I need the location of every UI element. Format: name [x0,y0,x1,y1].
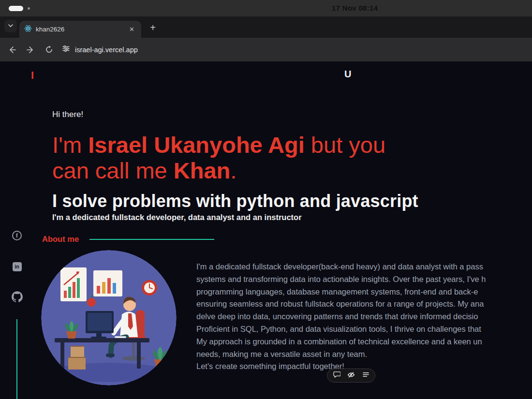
about-line: I'm a dedicated fullstack developer(back… [196,261,532,273]
social-sidebar: f in [12,230,22,303]
about-line: ensuring seamless and robust fullstack o… [196,298,532,310]
about-section-header: About me [42,235,214,244]
tab-title: khan2626 [36,26,123,33]
comment-button[interactable] [331,370,342,381]
hero-callme: can call me [52,158,174,183]
chevron-down-icon [8,22,14,30]
linkedin-link[interactable]: in [12,261,22,272]
about-line: Proficient in SQL, Python, and data visu… [196,323,532,336]
github-icon [12,291,23,304]
site-info-icon[interactable] [62,44,70,55]
url-text[interactable]: israel-agi.vercel.app [75,46,138,54]
github-link[interactable] [12,292,22,303]
system-indicator-dot [28,7,30,10]
menu-lines-icon [362,371,369,380]
menu-button[interactable] [360,370,371,381]
system-indicator-pill [9,6,23,11]
browser-toolbar: israel-agi.vercel.app [0,38,532,61]
floating-dev-toolbar [327,369,375,383]
clock: 17 Nov 08:14 [332,4,378,12]
system-bar: 17 Nov 08:14 [0,0,532,16]
back-button[interactable] [3,41,21,59]
hero-period: . [230,158,236,183]
hero-intro: I'm [52,132,88,158]
reload-icon [45,45,53,54]
developer-at-desk-illustration [41,250,177,385]
sidebar-accent-line [16,319,17,399]
hero-heading: I'm Israel Ukanyohe Agi but you can call… [52,132,385,183]
browser-tab[interactable]: khan2626 ✕ [19,21,141,38]
comment-icon [333,371,340,380]
hero-tagline: I solve problems with python and javascr… [52,191,418,211]
hero-nickname: Khan [174,158,231,183]
react-favicon-icon [24,25,32,34]
tab-search-button[interactable] [4,20,17,32]
about-line: My approach is grounded in a combination… [196,336,532,348]
hero-mid: but you [305,132,385,158]
back-arrow-icon [8,45,16,54]
greeting-text: Hi there! [52,110,83,119]
about-line: needs, making me a versatile asset in an… [196,348,532,361]
site-logo[interactable]: I [31,69,34,82]
forward-button[interactable] [21,41,40,59]
nav-menu-letter[interactable]: U [344,69,351,80]
reload-button[interactable] [40,41,58,59]
hero-line-1: I'm Israel Ukanyohe Agi but you [52,132,385,158]
preview-toggle-button[interactable] [346,370,356,381]
about-line: delve deep into data, uncovering pattern… [196,310,532,323]
profile-illustration [41,250,177,385]
forward-arrow-icon [26,45,35,54]
tab-strip: khan2626 ✕ + [0,16,532,38]
address-bar[interactable]: israel-agi.vercel.app [62,44,138,55]
hero-subtitle: I'm a dedicated fullstack developer, dat… [52,213,302,222]
eye-slash-icon [347,371,355,381]
hero-name: Israel Ukanyohe Agi [88,132,305,158]
tab-close-icon[interactable]: ✕ [127,25,136,34]
new-tab-button[interactable]: + [147,23,159,34]
about-paragraph: I'm a dedicated fullstack developer(back… [196,261,532,373]
about-line: programming languages, database manageme… [196,286,532,298]
linkedin-icon: in [13,262,22,271]
about-heading: About me [42,235,79,244]
facebook-icon: f [12,231,22,240]
facebook-link[interactable]: f [12,230,22,241]
webpage: I U Hi there! I'm Israel Ukanyohe Agi bu… [0,61,532,399]
about-line: systems and transforming data into actio… [196,273,532,286]
hero-line-2: can call me Khan. [52,158,385,183]
about-underline [89,239,214,240]
